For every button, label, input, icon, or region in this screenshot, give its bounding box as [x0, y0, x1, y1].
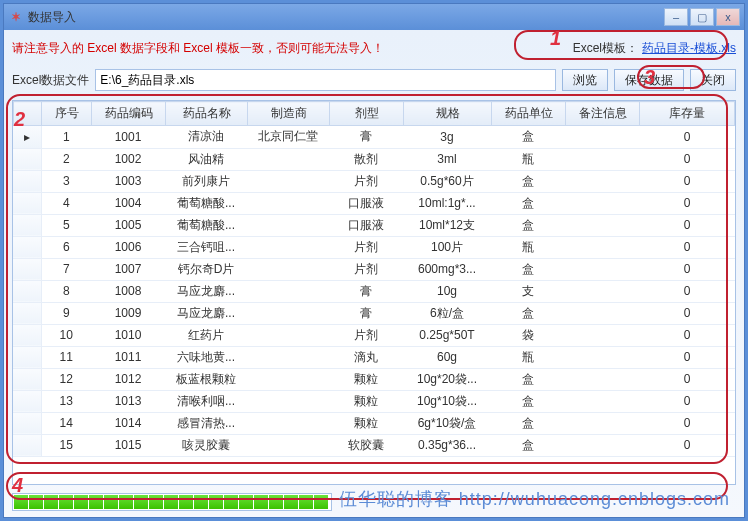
table-row[interactable]: 61006三合钙咀...片剂100片瓶0 — [13, 236, 735, 258]
cell-unit: 盒 — [491, 214, 565, 236]
cell-form: 颗粒 — [329, 412, 403, 434]
cell-spec: 10ml:1g*... — [403, 192, 491, 214]
table-row[interactable]: 111011六味地黄...滴丸60g瓶0 — [13, 346, 735, 368]
cell-name: 前列康片 — [165, 170, 247, 192]
progress-segment — [74, 495, 88, 509]
row-selector[interactable] — [13, 412, 41, 434]
row-selector[interactable] — [13, 390, 41, 412]
cell-stock: 0 — [639, 214, 735, 236]
row-selector[interactable] — [13, 434, 41, 456]
cell-spec: 10ml*12支 — [403, 214, 491, 236]
cell-name: 葡萄糖酸... — [165, 192, 247, 214]
column-header[interactable] — [14, 102, 42, 126]
cell-unit: 盒 — [491, 170, 565, 192]
row-selector[interactable] — [13, 346, 41, 368]
table-row[interactable]: ▸11001清凉油北京同仁堂膏3g盒0 — [13, 126, 735, 148]
progress-segment — [314, 495, 328, 509]
titlebar: ✶ 数据导入 – ▢ x — [4, 4, 744, 30]
row-selector[interactable]: ▸ — [13, 126, 41, 148]
table-row[interactable]: 71007钙尔奇D片片剂600mg*3...盒0 — [13, 258, 735, 280]
cell-unit: 瓶 — [491, 148, 565, 170]
table-row[interactable]: 51005葡萄糖酸...口服液10ml*12支盒0 — [13, 214, 735, 236]
cell-no: 2 — [41, 148, 91, 170]
path-row: Excel数据文件 浏览 保存数据 关闭 — [12, 66, 736, 94]
table-row[interactable]: 91009马应龙麝...膏6粒/盒盒0 — [13, 302, 735, 324]
cell-stock: 0 — [639, 258, 735, 280]
grid-header-table: 序号药品编码药品名称制造商剂型规格药品单位备注信息库存量 — [13, 101, 735, 126]
progress-segment — [134, 495, 148, 509]
column-header[interactable]: 规格 — [404, 102, 492, 126]
close-window-button[interactable]: x — [716, 8, 740, 26]
row-selector[interactable] — [13, 148, 41, 170]
progress-segment — [269, 495, 283, 509]
close-button[interactable]: 关闭 — [690, 69, 736, 91]
progress-segment — [299, 495, 313, 509]
cell-name: 清喉利咽... — [165, 390, 247, 412]
cell-form: 软胶囊 — [329, 434, 403, 456]
cell-stock: 0 — [639, 126, 735, 148]
progress-segment — [119, 495, 133, 509]
progress-segment — [164, 495, 178, 509]
cell-maker — [247, 302, 329, 324]
row-selector[interactable] — [13, 236, 41, 258]
app-icon: ✶ — [8, 9, 24, 25]
table-row[interactable]: 131013清喉利咽...颗粒10g*10袋...盒0 — [13, 390, 735, 412]
cell-note — [565, 412, 639, 434]
row-selector[interactable] — [13, 368, 41, 390]
row-selector[interactable] — [13, 192, 41, 214]
cell-note — [565, 236, 639, 258]
cell-stock: 0 — [639, 280, 735, 302]
cell-note — [565, 148, 639, 170]
row-selector[interactable] — [13, 214, 41, 236]
cell-name: 红药片 — [165, 324, 247, 346]
progress-segment — [239, 495, 253, 509]
cell-name: 咳灵胶囊 — [165, 434, 247, 456]
column-header[interactable]: 制造商 — [248, 102, 330, 126]
template-link[interactable]: 药品目录-模板.xls — [642, 40, 736, 57]
row-selector[interactable] — [13, 324, 41, 346]
table-row[interactable]: 31003前列康片片剂0.5g*60片盒0 — [13, 170, 735, 192]
browse-button[interactable]: 浏览 — [562, 69, 608, 91]
cell-code: 1013 — [91, 390, 165, 412]
cell-spec: 0.25g*50T — [403, 324, 491, 346]
column-header[interactable]: 库存量 — [640, 102, 735, 126]
row-selector[interactable] — [13, 302, 41, 324]
cell-name: 马应龙麝... — [165, 302, 247, 324]
cell-no: 8 — [41, 280, 91, 302]
column-header[interactable]: 备注信息 — [566, 102, 640, 126]
progress-segment — [149, 495, 163, 509]
cell-note — [565, 390, 639, 412]
row-selector[interactable] — [13, 258, 41, 280]
maximize-button[interactable]: ▢ — [690, 8, 714, 26]
column-header[interactable]: 药品单位 — [492, 102, 566, 126]
row-selector[interactable] — [13, 170, 41, 192]
cell-maker — [247, 434, 329, 456]
table-row[interactable]: 41004葡萄糖酸...口服液10ml:1g*...盒0 — [13, 192, 735, 214]
table-row[interactable]: 81008马应龙麝...膏10g支0 — [13, 280, 735, 302]
table-row[interactable]: 101010红药片片剂0.25g*50T袋0 — [13, 324, 735, 346]
table-row[interactable]: 121012板蓝根颗粒颗粒10g*20袋...盒0 — [13, 368, 735, 390]
row-selector[interactable] — [13, 280, 41, 302]
table-row[interactable]: 21002风油精散剂3ml瓶0 — [13, 148, 735, 170]
table-row[interactable]: 151015咳灵胶囊软胶囊0.35g*36...盒0 — [13, 434, 735, 456]
cell-maker — [247, 236, 329, 258]
column-header[interactable]: 序号 — [42, 102, 92, 126]
table-row[interactable]: 141014感冒清热...颗粒6g*10袋/盒盒0 — [13, 412, 735, 434]
save-data-button[interactable]: 保存数据 — [614, 69, 684, 91]
column-header[interactable]: 药品名称 — [166, 102, 248, 126]
grid-scroll[interactable]: ▸11001清凉油北京同仁堂膏3g盒021002风油精散剂3ml瓶031003前… — [13, 126, 735, 484]
cell-no: 4 — [41, 192, 91, 214]
cell-note — [565, 434, 639, 456]
cell-spec: 10g — [403, 280, 491, 302]
minimize-button[interactable]: – — [664, 8, 688, 26]
excel-path-input[interactable] — [95, 69, 556, 91]
cell-form: 片剂 — [329, 258, 403, 280]
window-title: 数据导入 — [28, 9, 662, 26]
content-area: 请注意导入的 Excel 数据字段和 Excel 模板一致，否则可能无法导入！ … — [4, 30, 744, 517]
cell-no: 1 — [41, 126, 91, 148]
cell-note — [565, 302, 639, 324]
cell-maker — [247, 346, 329, 368]
column-header[interactable]: 剂型 — [330, 102, 404, 126]
column-header[interactable]: 药品编码 — [92, 102, 166, 126]
cell-no: 10 — [41, 324, 91, 346]
